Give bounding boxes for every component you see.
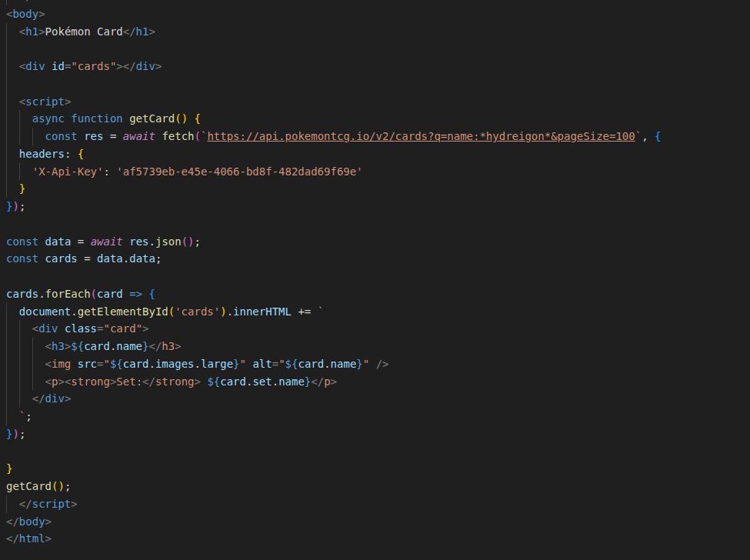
token-b1: ( (175, 112, 181, 125)
token-pun: </ (6, 515, 19, 528)
token-var: name (331, 358, 357, 370)
token-b2: ) (12, 428, 18, 440)
token-pun: > (331, 375, 337, 388)
token-pun: > (38, 25, 45, 38)
indent-guide (6, 390, 7, 408)
token-ws (123, 112, 129, 125)
token-txt: = (84, 252, 90, 265)
indent-guide (32, 338, 33, 355)
indent-guide (6, 75, 7, 93)
indent-guide (19, 110, 20, 128)
token-fn: getElementById (78, 305, 168, 318)
token-interp: } (356, 358, 362, 370)
token-var: name (116, 340, 142, 352)
token-tag: h3 (52, 340, 65, 352)
token-ws (6, 60, 19, 72)
token-ws (58, 322, 64, 335)
token-b1: ( (168, 305, 175, 318)
indent-guide (6, 355, 7, 373)
token-ws (78, 130, 84, 142)
token-interp: ${ (285, 358, 298, 370)
token-pun: < (45, 340, 52, 352)
token-b1: { (78, 148, 84, 160)
token-pun: > (45, 532, 52, 545)
token-pun: </ (123, 60, 136, 72)
token-pun: < (45, 375, 52, 388)
indent-guide (6, 58, 7, 75)
token-str: " (103, 358, 109, 370)
code-line: </html> (0, 530, 750, 548)
token-ws (6, 498, 19, 510)
indent-guide (6, 180, 7, 198)
token-txt: . (38, 288, 45, 300)
indent-guide (6, 495, 7, 513)
token-var: card (84, 340, 110, 352)
token-ws (6, 130, 45, 142)
token-txt: ; (65, 480, 71, 492)
code-line: headers: { (0, 145, 750, 163)
token-ctrl: await (91, 235, 123, 248)
token-fn: fetch (162, 130, 194, 142)
token-pun: > (45, 515, 52, 528)
token-ws (38, 235, 45, 248)
code-line (0, 215, 750, 233)
code-editor[interactable]: </head><body> <h1>Pokémon Card</h1> <div… (0, 0, 750, 560)
token-pun: < (45, 358, 52, 370)
token-ws (311, 305, 317, 318)
token-str: 'af5739eb-e45e-4066-bd8f-482dad69f69e' (116, 165, 362, 178)
token-pun: </ (148, 340, 162, 352)
token-fn: json (155, 235, 182, 248)
token-ws (71, 148, 77, 160)
token-var: card (220, 375, 246, 388)
code-line: } (0, 460, 750, 478)
token-b2: ( (91, 288, 97, 300)
token-interp: ${ (71, 340, 84, 352)
token-txt: . (272, 375, 278, 388)
token-var: data (97, 252, 123, 265)
token-b1: ) (58, 480, 64, 492)
token-b1: } (6, 462, 12, 475)
indent-guide (6, 128, 7, 145)
code-line: document.getElementById('cards').innerHT… (0, 303, 750, 321)
token-attr: src (78, 358, 97, 370)
token-str: Set: (116, 375, 142, 388)
indent-guide (6, 303, 7, 321)
indent-guide (19, 163, 20, 181)
token-ws (71, 358, 77, 370)
token-pun: < (32, 322, 38, 335)
token-txt: ; (25, 410, 32, 422)
code-line: const res = await fetch(`https://api.pok… (0, 128, 750, 145)
indent-guide (6, 93, 7, 111)
indent-guide (19, 128, 20, 145)
token-str: img (52, 358, 71, 370)
code-line: </script> (0, 495, 750, 513)
indent-guide (19, 338, 20, 355)
token-tag: body (12, 8, 38, 20)
token-var: images (155, 358, 195, 370)
token-b2: ) (188, 235, 194, 248)
code-line: <p><strong>Set:</strong> ${card.set.name… (0, 373, 750, 391)
token-var: innerHTML (233, 305, 292, 318)
token-ws (123, 235, 129, 248)
code-line: getCard(); (0, 478, 750, 495)
code-line (0, 75, 750, 93)
token-txt: ; (155, 252, 162, 265)
token-attr: id (52, 60, 65, 72)
token-tag: html (19, 532, 45, 545)
token-pun: > (71, 498, 77, 510)
indent-guide (19, 355, 20, 373)
code-line: </head> (0, 0, 750, 5)
token-str: " (240, 358, 246, 370)
token-pun: </ (19, 0, 32, 2)
token-txt: . (149, 358, 155, 370)
indent-guide (6, 373, 7, 391)
token-pun: > (116, 60, 122, 72)
token-tag: div (45, 392, 65, 405)
token-kw: const (45, 130, 78, 142)
token-pun: > (148, 25, 155, 38)
code-line: }); (0, 198, 750, 215)
token-str: ` (635, 130, 642, 142)
token-ws (6, 305, 19, 318)
token-link: https://api.pokemontcg.io/v2/cards?q=nam… (207, 130, 635, 142)
indent-guide (6, 408, 7, 425)
